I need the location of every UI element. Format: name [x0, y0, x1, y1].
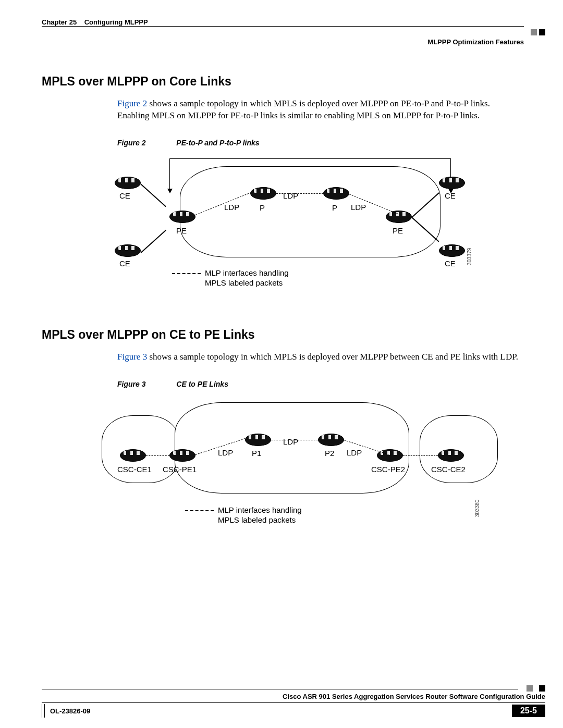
figure-3-caption: Figure 3 CE to PE Links [117, 380, 521, 388]
router-p-left [250, 187, 276, 200]
router-csc-ce2 [438, 449, 464, 462]
figure-2-diagram: CE CE PE P P PE CE CE LDP LDP LDP MLP in… [117, 153, 513, 299]
image-id-1: 303379 [467, 248, 472, 265]
label-ce-bl: CE [119, 259, 130, 268]
label-p-r: P [332, 203, 337, 212]
doc-id: OL-23826-09 [50, 707, 90, 715]
figure-3-title: CE to PE Links [176, 380, 228, 388]
label-csc-ce1: CSC-CE1 [117, 465, 152, 474]
legend-text-2: MLP interfaces handling MPLS labeled pac… [218, 505, 302, 525]
router-p-right [323, 187, 349, 200]
page-marker-squares [531, 29, 545, 35]
section-heading-core-links: MPLS over MLPPP on Core Links [42, 75, 521, 89]
label-ldp2-l: LDP [218, 448, 233, 457]
label-ldp-m: LDP [283, 191, 298, 200]
page-header: Chapter 25 Configuring MLPPP MLPPP Optim… [0, 0, 563, 46]
body-text-1: shows a sample topology in which MPLS is… [117, 98, 490, 120]
router-ce-bottom-right [439, 244, 465, 257]
legend-1a: MLP interfaces handling [205, 268, 289, 277]
figure-2-link[interactable]: Figure 2 [117, 98, 147, 108]
page-number-badge: 25-5 [512, 705, 545, 717]
body-paragraph-2: Figure 3 shows a sample topology in whic… [117, 351, 521, 363]
router-pe-left [169, 211, 195, 223]
legend-text-1: MLP interfaces handling MPLS labeled pac… [205, 268, 289, 288]
router-p1 [245, 434, 271, 446]
body-text-2: shows a sample topology in which MPLS is… [147, 352, 518, 362]
router-ce-bottom-left [115, 244, 141, 257]
body-paragraph: Figure 2 shows a sample topology in whic… [117, 98, 521, 122]
chapter-label: Chapter 25 Configuring MLPPP [42, 18, 148, 26]
router-csc-pe1 [169, 449, 195, 462]
label-pe-r: PE [393, 226, 403, 235]
chapter-title: Configuring MLPPP [84, 18, 148, 26]
figure-2-caption: Figure 2 PE-to-P and P-to-P links [117, 139, 521, 147]
label-p-l: P [260, 203, 265, 212]
image-id-2: 303380 [474, 499, 480, 516]
label-csc-pe2: CSC-PE2 [371, 465, 405, 474]
label-ldp-l: LDP [224, 203, 239, 212]
label-p1: P1 [252, 449, 261, 458]
figure-3-number: Figure 3 [117, 380, 145, 388]
label-ldp2-m: LDP [283, 437, 298, 446]
label-p2: P2 [325, 449, 334, 458]
figure-2-number: Figure 2 [117, 139, 145, 147]
page-footer: Cisco ASR 901 Series Aggregation Service… [0, 685, 563, 728]
footer-dash-icon [42, 704, 45, 718]
figure-2-title: PE-to-P and P-to-P links [176, 139, 259, 147]
label-ce-tl: CE [119, 191, 130, 200]
page-number: 25-5 [520, 706, 537, 715]
label-ce-br: CE [445, 259, 456, 268]
label-pe-l: PE [176, 226, 187, 235]
legend-1b: MPLS labeled packets [205, 278, 283, 287]
label-ce-tr: CE [445, 191, 456, 200]
figure-3-diagram: CSC-CE1 CSC-PE1 P1 P2 CSC-PE2 CSC-CE2 LD… [117, 394, 513, 535]
router-ce-top-left [115, 177, 141, 189]
label-csc-ce2: CSC-CE2 [431, 465, 466, 474]
label-ldp-r: LDP [351, 203, 366, 212]
legend-2a: MLP interfaces handling [218, 505, 302, 514]
figure-3-link[interactable]: Figure 3 [117, 352, 147, 362]
chapter-number: Chapter 25 [42, 18, 77, 26]
router-pe-right [386, 211, 412, 223]
section-subtitle: MLPPP Optimization Features [427, 29, 524, 46]
router-p2 [318, 434, 344, 446]
router-csc-ce1 [120, 449, 146, 462]
book-title: Cisco ASR 901 Series Aggregation Service… [42, 693, 545, 702]
label-csc-pe1: CSC-PE1 [163, 465, 197, 474]
router-ce-top-right [439, 177, 465, 189]
section-heading-ce-pe-links: MPLS over MLPPP on CE to PE Links [42, 328, 521, 342]
legend-2b: MPLS labeled packets [218, 515, 296, 524]
label-ldp2-r: LDP [347, 448, 362, 457]
